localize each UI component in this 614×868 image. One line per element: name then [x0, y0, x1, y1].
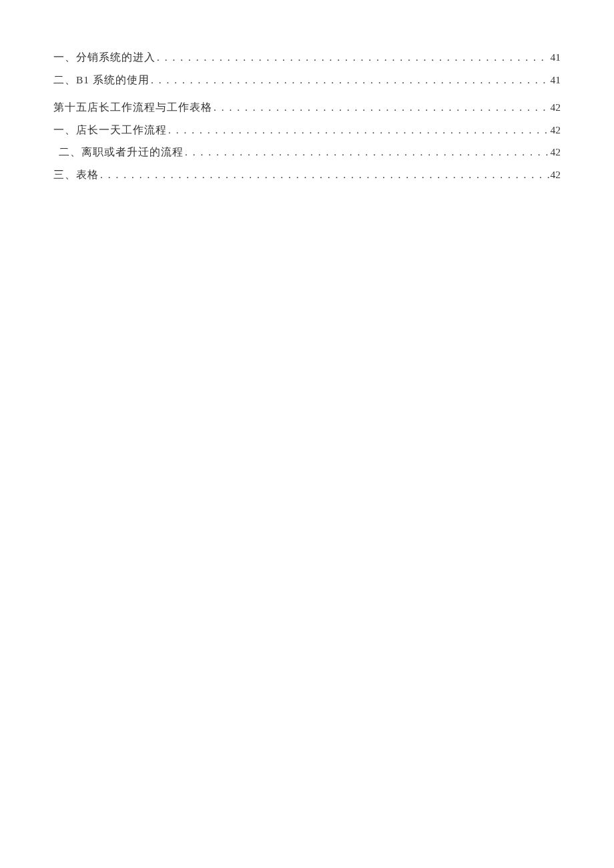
toc-entry: 一、店长一天工作流程 42	[53, 125, 561, 135]
toc-entry: 二、离职或者升迁的流程 42	[53, 147, 561, 157]
toc-block-1: 一、分销系统的进入 41 二、B1 系统的使用 41	[53, 52, 561, 85]
toc-entry: 第十五店长工作流程与工作表格 42	[53, 102, 561, 113]
toc-entry-page: 42	[549, 147, 561, 157]
toc-entry: 三、表格 42	[53, 169, 561, 180]
toc-leader-dots	[167, 125, 549, 135]
toc-entry-label: 二、离职或者升迁的流程	[53, 147, 184, 157]
document-page: 一、分销系统的进入 41 二、B1 系统的使用 41 第十五店长工作流程与工作表…	[0, 0, 614, 179]
toc-entry-label: 第十五店长工作流程与工作表格	[53, 102, 212, 113]
toc-leader-dots	[184, 147, 549, 157]
toc-entry-page: 42	[549, 169, 561, 180]
toc-entry-page: 42	[549, 102, 561, 113]
toc-entry-label: 一、店长一天工作流程	[53, 125, 167, 135]
toc-entry: 二、B1 系统的使用 41	[53, 75, 561, 85]
toc-entry-page: 41	[549, 75, 561, 85]
toc-entry-label: 三、表格	[53, 169, 99, 180]
toc-leader-dots	[99, 169, 549, 180]
toc-leader-dots	[212, 102, 549, 113]
toc-leader-dots	[156, 52, 549, 63]
toc-leader-dots	[149, 75, 549, 85]
toc-block-2: 第十五店长工作流程与工作表格 42 一、店长一天工作流程 42 二、离职或者升迁…	[53, 102, 561, 179]
toc-entry-label: 一、分销系统的进入	[53, 52, 156, 63]
toc-entry-page: 42	[549, 125, 561, 135]
toc-entry-label: 二、B1 系统的使用	[53, 75, 149, 85]
toc-entry: 一、分销系统的进入 41	[53, 52, 561, 63]
toc-entry-page: 41	[549, 52, 561, 63]
